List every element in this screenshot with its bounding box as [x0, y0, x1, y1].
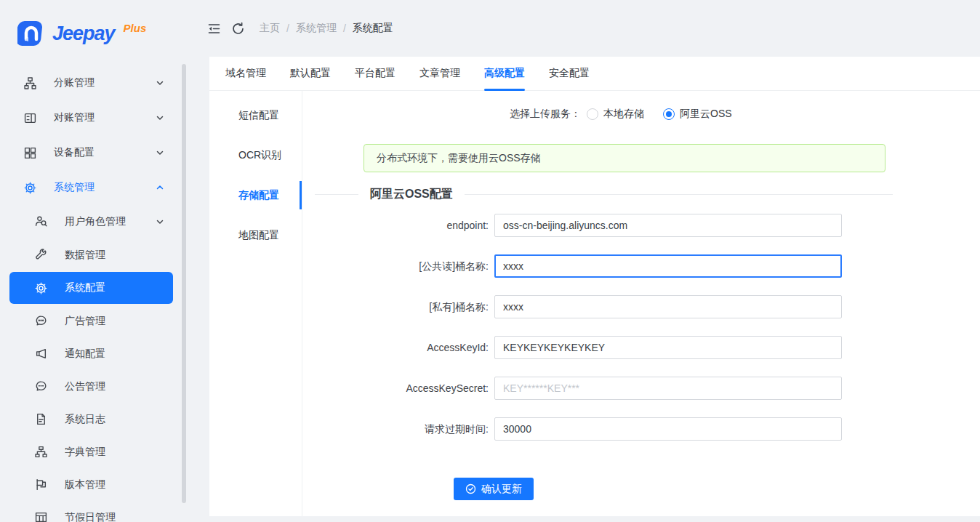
field-row-access-key-secret: AccessKeySecret: [302, 377, 980, 400]
sidebar-item-announcement[interactable]: 公告管理 [0, 370, 188, 403]
chevron-up-icon [156, 183, 164, 192]
radio-unchecked-icon [587, 108, 598, 120]
table-icon [35, 511, 47, 522]
wrench-icon [35, 249, 47, 261]
access-key-secret-input[interactable] [494, 377, 842, 400]
menu-fold-icon[interactable] [207, 22, 221, 36]
tab-domain[interactable]: 域名管理 [225, 57, 266, 91]
sidebar-item-dictionary[interactable]: 字典管理 [0, 435, 188, 468]
sidebar-item-label: 设备配置 [54, 146, 95, 159]
info-alert: 分布式环境下，需要使用云OSS存储 [364, 144, 885, 172]
breadcrumb-home[interactable]: 主页 [260, 22, 280, 35]
section-divider: 阿里云OSS配置 [315, 186, 893, 202]
sidebar-item-version[interactable]: 版本管理 [0, 468, 188, 501]
sidebar-item-notify-config[interactable]: 通知配置 [0, 337, 188, 370]
confirm-update-button[interactable]: 确认更新 [454, 478, 534, 500]
comment-dots-icon [35, 315, 47, 327]
upload-service-row: 选择上传服务： 本地存储 阿里云OSS [302, 103, 980, 126]
file-text-icon [35, 413, 47, 425]
subnav-sms-config[interactable]: 短信配置 [209, 95, 302, 135]
sidebar-item-label: 用户角色管理 [65, 215, 126, 228]
sidebar-item-label: 通知配置 [65, 348, 105, 361]
flag-icon [35, 478, 47, 491]
cluster-icon [24, 77, 36, 89]
sidebar-item-reconciliation[interactable]: 对账管理 [0, 100, 188, 135]
divider-line [465, 194, 893, 195]
brand-suffix: Plus [124, 22, 147, 34]
subnav-map-config[interactable]: 地图配置 [209, 215, 302, 255]
breadcrumb: 主页 / 系统管理 / 系统配置 [260, 22, 393, 35]
tab-advanced-config[interactable]: 高级配置 [484, 57, 525, 91]
sidebar-item-data-management[interactable]: 数据管理 [0, 238, 188, 272]
subnav-storage-config[interactable]: 存储配置 [209, 175, 302, 215]
appstore-icon [24, 147, 36, 159]
gear-icon [24, 182, 36, 194]
upload-service-label: 选择上传服务： [302, 108, 581, 121]
expire-time-input[interactable] [494, 417, 842, 441]
comment-icon [35, 380, 47, 393]
breadcrumb-current: 系统配置 [353, 22, 393, 35]
sidebar-item-holiday[interactable]: 节假日管理 [0, 501, 188, 522]
content-card: 域名管理 默认配置 平台配置 文章管理 高级配置 安全配置 短信配置 OCR识别… [209, 57, 980, 516]
megaphone-icon [35, 348, 47, 360]
access-key-id-input[interactable] [494, 336, 842, 359]
config-subnav: 短信配置 OCR识别 存储配置 地图配置 [209, 91, 302, 255]
sidebar-item-split-account[interactable]: 分账管理 [0, 65, 188, 100]
private-bucket-input[interactable] [494, 295, 842, 318]
sidebar-item-label: 对账管理 [54, 111, 95, 124]
radio-checked-icon [663, 108, 675, 120]
field-label: [公共读]桶名称: [302, 254, 489, 278]
breadcrumb-separator: / [286, 23, 289, 34]
public-bucket-input[interactable] [494, 254, 842, 278]
gear-icon [35, 282, 47, 294]
sidebar-item-system-log[interactable]: 系统日志 [0, 403, 188, 435]
user-role-icon [35, 215, 47, 228]
endpoint-input[interactable] [494, 214, 842, 237]
breadcrumb-separator: / [343, 23, 346, 34]
refresh-icon[interactable] [231, 22, 245, 36]
subnav-ocr[interactable]: OCR识别 [209, 135, 302, 175]
field-label: [私有]桶名称: [302, 295, 489, 318]
sidebar-item-system-config[interactable]: 系统配置 [9, 272, 173, 304]
sidebar-item-label: 字典管理 [65, 446, 105, 459]
tab-platform-config[interactable]: 平台配置 [355, 57, 395, 91]
brand-name: Jeepay [52, 23, 115, 45]
sidebar-item-label: 版本管理 [65, 478, 105, 491]
sidebar-item-label: 数据管理 [65, 249, 105, 262]
reconcile-icon [24, 112, 36, 124]
brand-logo[interactable]: Jeepay Plus [0, 0, 188, 51]
chevron-down-icon [156, 113, 164, 122]
tab-security-config[interactable]: 安全配置 [549, 57, 590, 91]
topbar: 主页 / 系统管理 / 系统配置 [188, 0, 980, 57]
field-row-access-key-id: AccessKeyId: [302, 336, 980, 359]
sidebar-item-label: 系统管理 [54, 181, 95, 194]
sidebar-item-label: 系统配置 [65, 281, 105, 294]
section-title: 阿里云OSS配置 [358, 187, 465, 202]
field-label: AccessKeyId: [302, 336, 489, 359]
sidebar-item-label: 系统日志 [65, 413, 105, 426]
tab-bar: 域名管理 默认配置 平台配置 文章管理 高级配置 安全配置 [209, 57, 980, 91]
breadcrumb-system-management[interactable]: 系统管理 [296, 22, 337, 35]
sidebar-item-ad-management[interactable]: 广告管理 [0, 305, 188, 337]
chevron-down-icon [156, 79, 164, 87]
sidebar-scrollbar[interactable] [182, 64, 186, 503]
sidebar-item-user-role[interactable]: 用户角色管理 [0, 205, 188, 238]
storage-config-pane: 选择上传服务： 本地存储 阿里云OSS 分布式环境下，需要使用云OSS存储 阿里… [302, 91, 980, 516]
sidebar-item-label: 节假日管理 [65, 511, 116, 522]
tab-article[interactable]: 文章管理 [419, 57, 460, 91]
tab-default-config[interactable]: 默认配置 [290, 57, 331, 91]
field-label: 请求过期时间: [302, 417, 489, 441]
radio-local-storage[interactable]: 本地存储 [587, 108, 644, 121]
radio-label: 阿里云OSS [680, 108, 732, 121]
jeepay-logo-icon [17, 20, 45, 47]
sidebar-item-system-management[interactable]: 系统管理 [0, 170, 188, 205]
sidebar-item-label: 分账管理 [54, 76, 95, 89]
chevron-down-icon [156, 217, 164, 226]
divider-line [315, 194, 358, 195]
tree-icon [35, 446, 47, 458]
radio-label: 本地存储 [603, 108, 644, 121]
sidebar-item-device-config[interactable]: 设备配置 [0, 135, 188, 170]
field-label: AccessKeySecret: [302, 377, 489, 400]
radio-aliyun-oss[interactable]: 阿里云OSS [663, 108, 732, 121]
field-row-public-bucket: [公共读]桶名称: [302, 254, 980, 278]
